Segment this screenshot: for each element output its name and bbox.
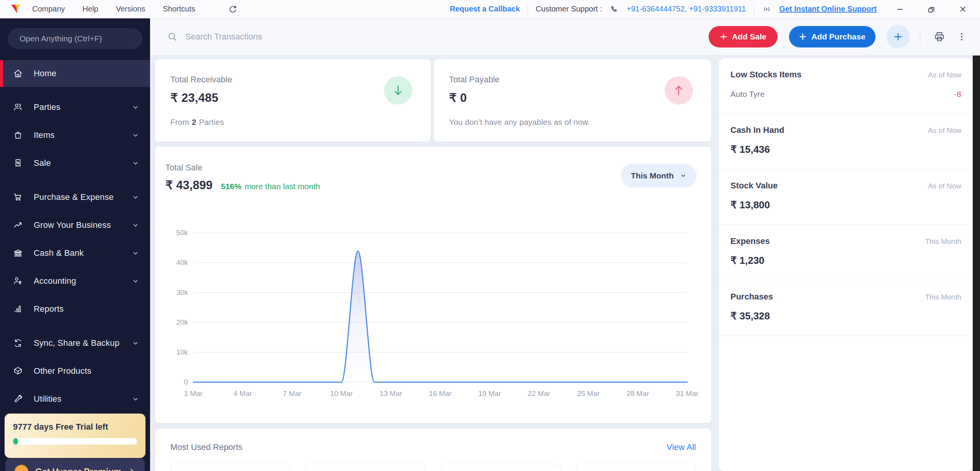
menu-company[interactable]: Company <box>32 5 65 13</box>
cash-in-hand-title: Cash In Hand <box>730 125 784 135</box>
bank-icon <box>13 248 23 258</box>
menu-versions[interactable]: Versions <box>116 5 145 13</box>
home-icon <box>13 69 23 78</box>
cash-in-hand-section[interactable]: Cash In Hand As of Now ₹ 15,436 <box>719 114 973 169</box>
total-payable-card[interactable]: Total Payable ₹ 0 You don’t have any pay… <box>434 59 711 142</box>
support-phone-numbers[interactable]: +91-6364444752, +91-9333911911 <box>627 5 746 13</box>
parties-icon <box>13 102 23 112</box>
low-stock-item-qty: -8 <box>954 90 961 99</box>
plus-icon <box>799 33 807 41</box>
chevron-down-icon <box>132 339 139 347</box>
expenses-section[interactable]: Expenses This Month ₹ 1,230 <box>719 225 973 280</box>
request-callback-link[interactable]: Request a Callback <box>450 5 520 13</box>
sidebar-item-cash-bank[interactable]: Cash & Bank <box>0 239 150 267</box>
sidebar-item-label: Grow Your Business <box>34 220 111 230</box>
low-stock-item-name: Auto Tyre <box>730 90 765 99</box>
more-options-kebab-button[interactable] <box>953 28 970 45</box>
report-card-placeholder[interactable] <box>441 464 561 471</box>
purchases-value: ₹ 35,328 <box>730 310 961 322</box>
menu-shortcuts[interactable]: Shortcuts <box>163 5 195 13</box>
sidebar-item-sale[interactable]: Sale <box>0 149 150 177</box>
live-support-icon <box>762 5 772 14</box>
stock-value-title: Stock Value <box>730 181 778 191</box>
stock-value-section[interactable]: Stock Value As of Now ₹ 13,800 <box>719 169 973 224</box>
receivable-sub-suffix: Parties <box>199 118 224 127</box>
report-card-placeholder[interactable] <box>576 464 696 471</box>
sidebar-item-label: Accounting <box>34 276 76 286</box>
payable-title: Total Payable <box>449 75 696 85</box>
report-card-placeholder[interactable] <box>170 464 290 471</box>
menu-help[interactable]: Help <box>83 5 98 13</box>
svg-text:10k: 10k <box>176 348 188 356</box>
sidebar-item-label: Sync, Share & Backup <box>34 338 119 348</box>
window-minimize-button[interactable] <box>894 3 906 15</box>
receivable-amount: ₹ 23,485 <box>170 91 415 105</box>
vyapar-logo-icon <box>8 3 21 16</box>
window-close-button[interactable] <box>957 3 969 15</box>
chevron-down-icon <box>132 249 139 257</box>
sidebar-item-label: Other Products <box>34 366 91 376</box>
view-all-link[interactable]: View All <box>666 442 696 452</box>
svg-text:19 Mar: 19 Mar <box>478 389 501 397</box>
low-stock-item-row[interactable]: Auto Tyre -8 <box>730 90 961 99</box>
cash-in-hand-value: ₹ 15,436 <box>730 144 961 155</box>
divider <box>528 4 528 15</box>
sidebar-item-label: Items <box>34 130 55 140</box>
scrollbar[interactable] <box>973 56 980 471</box>
sidebar-item-other-products[interactable]: Other Products <box>0 357 150 385</box>
refresh-icon[interactable] <box>228 4 238 14</box>
receivable-title: Total Receivable <box>170 75 415 85</box>
add-purchase-button[interactable]: Add Purchase <box>789 26 875 47</box>
open-anything-search-input[interactable] <box>8 28 142 49</box>
sale-delta-text: more than last month <box>245 182 320 191</box>
sidebar-item-sync-share-backup[interactable]: Sync, Share & Backup <box>0 329 150 357</box>
report-card-placeholder[interactable] <box>305 464 425 471</box>
svg-text:40k: 40k <box>176 258 188 267</box>
date-range-dropdown[interactable]: This Month <box>621 164 697 188</box>
low-stock-section[interactable]: Low Stocks Items As of Now Auto Tyre -8 <box>719 58 973 113</box>
svg-text:25 Mar: 25 Mar <box>577 389 600 397</box>
sidebar-item-utilities[interactable]: Utilities <box>0 385 150 413</box>
sidebar-item-parties[interactable]: Parties <box>0 93 150 121</box>
total-sale-chart: 010k20k30k40k50k1 Mar4 Mar7 Mar10 Mar13 … <box>165 206 702 397</box>
expenses-badge: This Month <box>925 237 961 246</box>
customer-support-label: Customer Support : <box>536 5 602 13</box>
sidebar-item-purchase-expense[interactable]: Purchase & Expense <box>0 183 150 211</box>
purchases-title: Purchases <box>730 292 773 302</box>
sidebar-item-items[interactable]: Items <box>0 121 150 149</box>
transactions-toolbar: Add Sale Add Purchase <box>150 18 980 56</box>
total-sale-amount: ₹ 43,899 <box>165 178 212 192</box>
instant-online-support-link[interactable]: Get Instant Online Support <box>779 5 877 13</box>
search-transactions-input[interactable] <box>185 32 415 42</box>
svg-text:28 Mar: 28 Mar <box>626 389 649 397</box>
chevron-down-icon <box>132 221 139 229</box>
window-restore-button[interactable] <box>926 3 937 15</box>
sidebar-item-accounting[interactable]: Accounting <box>0 267 150 295</box>
sale-chart-area: 010k20k30k40k50k1 Mar4 Mar7 Mar10 Mar13 … <box>165 206 702 397</box>
expenses-value: ₹ 1,230 <box>730 255 961 267</box>
sidebar-item-label: Utilities <box>34 394 62 404</box>
expenses-title: Expenses <box>730 236 770 246</box>
total-receivable-card[interactable]: Total Receivable ₹ 23,485 From 2 Parties <box>155 59 431 142</box>
payable-amount: ₹ 0 <box>449 91 696 105</box>
transaction-search[interactable] <box>167 32 709 42</box>
app-menubar: Company Help Versions Shortcuts Request … <box>0 0 980 18</box>
plus-icon <box>893 32 903 42</box>
add-sale-label: Add Sale <box>732 32 766 41</box>
sidebar-item-grow-your-business[interactable]: Grow Your Business <box>0 211 150 239</box>
add-sale-button[interactable]: Add Sale <box>709 26 777 47</box>
trial-progress-fill <box>13 438 18 445</box>
purchases-section[interactable]: Purchases This Month ₹ 35,328 <box>719 280 973 335</box>
get-premium-banner[interactable]: Get Vyapar Premium <box>5 458 145 471</box>
quick-add-button[interactable] <box>886 25 910 49</box>
chevron-down-icon <box>132 395 139 403</box>
bar-chart-icon <box>13 304 23 314</box>
sale-receipt-icon <box>13 158 23 168</box>
sidebar: Home Parties Items <box>0 18 150 471</box>
svg-text:22 Mar: 22 Mar <box>528 389 550 397</box>
plus-icon <box>720 33 727 41</box>
print-button[interactable] <box>931 28 948 45</box>
summary-panel: Low Stocks Items As of Now Auto Tyre -8 … <box>719 58 973 471</box>
sidebar-item-reports[interactable]: Reports <box>0 295 150 323</box>
sidebar-item-home[interactable]: Home <box>0 60 150 87</box>
